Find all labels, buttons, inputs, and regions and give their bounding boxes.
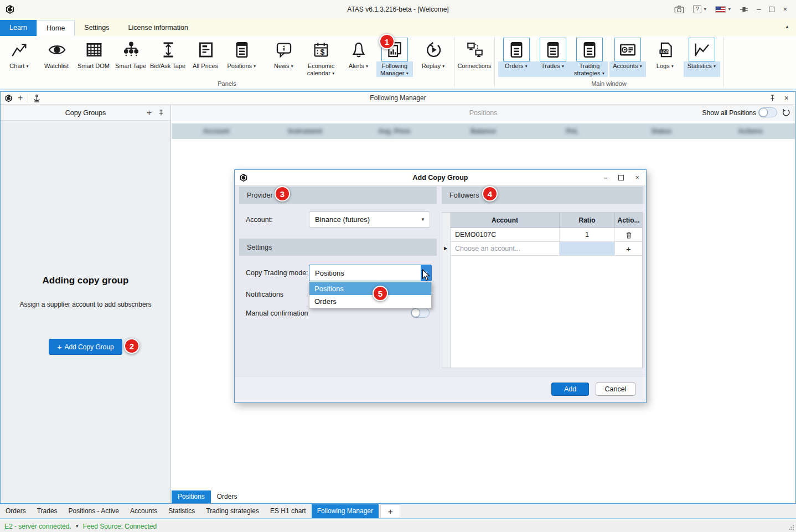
dialog-footer: Add Cancel [235, 376, 646, 402]
workspace-tab-statistics[interactable]: Statistics [163, 504, 200, 518]
manual-confirmation-toggle[interactable] [411, 308, 430, 318]
close-panel-icon[interactable]: × [784, 94, 789, 102]
log-file-icon: LOG [652, 38, 679, 61]
show-all-positions-toggle[interactable] [758, 107, 777, 117]
collapse-ribbon-icon[interactable]: ▲ [785, 24, 789, 29]
svg-text:LOG: LOG [660, 50, 669, 54]
followers-table-header: Account Ratio Actio... [451, 213, 642, 228]
dropdown-option-positions[interactable]: Positions [309, 282, 431, 295]
follower-row: DEMO0107C 1 [451, 228, 642, 242]
provider-account-select[interactable]: Binance (futures) ▼ [309, 211, 430, 228]
ribbon-button-orders[interactable]: Orders▼ [498, 38, 535, 77]
workspace-tab-orders[interactable]: Orders [0, 504, 32, 518]
ribbon-button-statistics[interactable]: Statistics▼ [684, 38, 720, 77]
notepad-icon [503, 38, 530, 61]
ribbon-button-watchlist[interactable]: Watchlist [39, 38, 75, 77]
anchor-icon[interactable] [33, 94, 40, 102]
positions-header-strip: Positions Show all Positions [172, 105, 795, 121]
tab-settings[interactable]: Settings [75, 20, 118, 36]
ribbon-button-smart-dom[interactable]: Smart DOM [76, 38, 112, 77]
pin-panel-icon[interactable] [769, 94, 776, 102]
cancel-button[interactable]: Cancel [596, 383, 635, 396]
tab-learn[interactable]: Learn [0, 20, 37, 36]
ribbon-button-trades[interactable]: Trades▼ [535, 38, 571, 77]
tab-license-information[interactable]: License information [119, 20, 198, 36]
ribbon-button-all-prices[interactable]: All Prices [188, 38, 224, 77]
ribbon-button-bid-ask-tape[interactable]: Bid/Ask Tape [150, 38, 187, 77]
pin-icon[interactable] [158, 109, 164, 116]
dropdown-option-orders[interactable]: Orders [309, 295, 431, 308]
add-panel-tab-icon[interactable]: + [18, 94, 23, 102]
copy-groups-header: Copy Groups + [1, 105, 170, 121]
new-ratio-cell[interactable] [560, 242, 615, 255]
workspace-tab-positions-active[interactable]: Positions - Active [63, 504, 125, 518]
ribbon-button-positions[interactable]: Positions▼ [224, 38, 260, 77]
ribbon-group-label-panels: Panels [205, 80, 249, 87]
empty-state-title: Adding copy group [1, 275, 170, 286]
choose-account-cell[interactable]: Choose an account... [451, 242, 560, 255]
calendar-dollar-icon: $ [308, 38, 334, 61]
ribbon-button-connections[interactable]: Connections [457, 38, 493, 77]
ribbon-button-smart-tape[interactable]: Smart Tape [113, 38, 149, 77]
copy-groups-title: Copy Groups [1, 109, 170, 117]
ribbon-button-chart[interactable]: Chart▼ [1, 38, 38, 77]
copy-trading-mode-select[interactable]: Positions ▼ [309, 265, 432, 281]
panel-toolbar: + Following Manager × [1, 92, 795, 105]
workspace-tab-following-manager[interactable]: Following Manager [312, 504, 379, 518]
account-label: Account: [246, 216, 273, 224]
status-bar: E2 - server connected. ▼ Feed Source: Co… [0, 520, 796, 532]
add-copy-group-button[interactable]: + Add Copy Group [49, 339, 122, 355]
chart-icon [6, 38, 33, 61]
tab-orders[interactable]: Orders [211, 490, 244, 503]
ribbon-button-accounts[interactable]: Accounts▼ [609, 38, 646, 77]
ribbon-button-news[interactable]: News▼ [266, 38, 302, 77]
dialog-maximize-button[interactable] [618, 175, 624, 180]
panel-title: Following Manager [1, 94, 795, 102]
ribbon-button-economic-calendar[interactable]: $ Economic calendar▼ [303, 38, 339, 77]
svg-text:$: $ [321, 48, 325, 56]
tab-positions[interactable]: Positions [172, 490, 211, 503]
column-avg-price: Avg. Price [350, 127, 439, 135]
refresh-icon[interactable] [782, 109, 790, 117]
ribbon-group-separator [723, 37, 724, 87]
ribbon-button-trading-strategies[interactable]: Trading strategies▼ [571, 38, 608, 77]
dialog-close-button[interactable]: × [635, 173, 639, 182]
ribbon-group-separator [494, 37, 495, 87]
follower-account-cell[interactable]: DEMO0107C [451, 228, 560, 241]
show-all-positions-label: Show all Positions [702, 105, 756, 121]
ribbon-button-alerts[interactable]: Alerts▼ [340, 38, 377, 77]
replay-icon [420, 38, 447, 61]
dialog-title: Add Copy Group [235, 174, 646, 182]
ribbon-button-replay[interactable]: Replay▼ [415, 38, 452, 77]
ribbon-tab-row: Learn Home Settings License information … [0, 18, 796, 36]
workspace-tab-trading-strategies[interactable]: Trading strategies [200, 504, 265, 518]
add-button[interactable]: Add [551, 383, 589, 396]
column-instrument: Instrument [261, 127, 350, 135]
follower-ratio-cell[interactable]: 1 [560, 228, 615, 241]
followers-column-account[interactable]: Account [451, 213, 560, 228]
resize-grip[interactable] [788, 524, 794, 530]
statistics-chart-icon [689, 38, 715, 61]
double-arrow-icon [155, 38, 182, 61]
workspace-tab-es-h1-chart[interactable]: ES H1 chart [265, 504, 312, 518]
add-copy-group-dialog: Add Copy Group – × Provider Followers Ac… [234, 169, 647, 403]
new-follower-row: Choose an account... + [451, 242, 642, 256]
add-copy-group-icon[interactable]: + [147, 109, 152, 117]
toggle-knob [411, 308, 420, 317]
followers-column-actions[interactable]: Actio... [615, 213, 642, 228]
copy-groups-sidebar: Copy Groups + Adding copy group Assign a… [1, 105, 171, 503]
add-workspace-tab-button[interactable]: + [380, 504, 400, 518]
add-follower-button[interactable]: + [615, 242, 642, 255]
callout-badge-2: 2 [124, 338, 139, 354]
workspace-tab-accounts[interactable]: Accounts [125, 504, 163, 518]
tab-home[interactable]: Home [37, 20, 75, 36]
dialog-minimize-button[interactable]: – [603, 173, 607, 182]
trash-icon[interactable] [626, 231, 632, 239]
bell-icon [345, 38, 372, 61]
chevron-down-icon[interactable]: ▼ [75, 524, 79, 528]
workspace-tab-trades[interactable]: Trades [32, 504, 63, 518]
notepad-icon [229, 38, 255, 61]
ribbon-group-separator [454, 37, 454, 87]
followers-column-ratio[interactable]: Ratio [560, 213, 615, 228]
ribbon-button-logs[interactable]: LOG Logs▼ [647, 38, 684, 77]
